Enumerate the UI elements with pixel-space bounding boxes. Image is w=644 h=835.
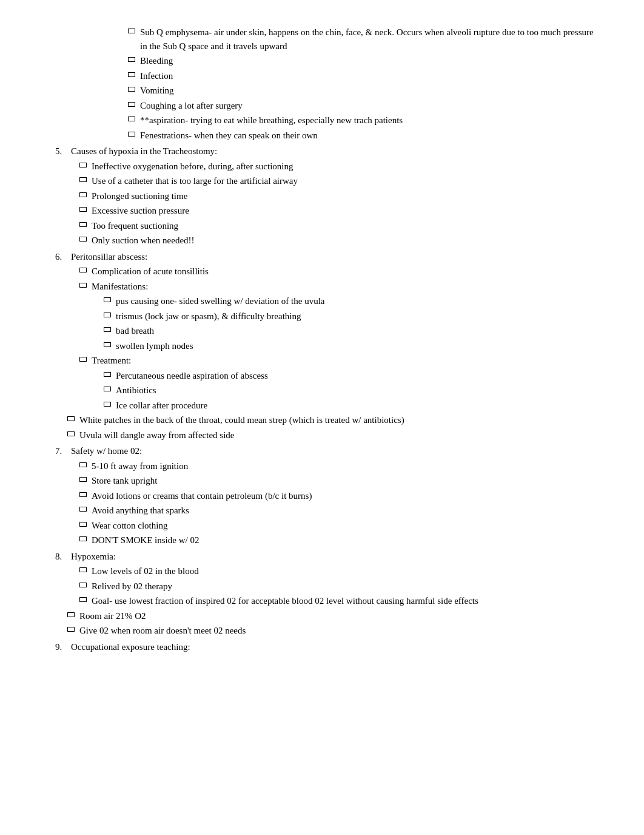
item-text: Wear cotton clothing (92, 519, 601, 533)
list-item: Percutaneous needle aspiration of absces… (104, 369, 601, 383)
item-text: Treatment: (92, 354, 601, 368)
bullet-icon (128, 102, 135, 107)
list-item: swollen lymph nodes (104, 339, 601, 353)
item-text: trismus (lock jaw or spasm), & difficult… (116, 309, 601, 323)
item-text: Low levels of 02 in the blood (92, 564, 601, 578)
list-item: Goal- use lowest fraction of inspired 02… (79, 594, 601, 608)
section-5-subitems: Ineffective oxygenation before, during, … (55, 160, 601, 248)
bullet-icon (128, 72, 135, 77)
standalone-bullet-3: Room air 21% O2 (55, 609, 601, 623)
bullet-icon (79, 583, 87, 587)
list-item: Avoid anything that sparks (79, 504, 601, 518)
bullet-icon (67, 416, 75, 421)
item-text: Ineffective oxygenation before, during, … (92, 160, 601, 174)
item-text: White patches in the back of the throat,… (79, 413, 601, 427)
list-item: Too frequent suctioning (79, 219, 601, 233)
bullet-icon (79, 567, 87, 572)
item-text: Manifestations: (92, 280, 601, 294)
bullet-icon (104, 313, 111, 317)
item-text: DON'T SMOKE inside w/ 02 (92, 533, 601, 547)
bullet-icon (67, 627, 75, 632)
item-text: **aspiration- trying to eat while breath… (140, 113, 601, 127)
bullet-icon (128, 29, 135, 33)
page-content: Sub Q emphysema- air under skin, happens… (55, 25, 601, 654)
section-6-subitems: Complication of acute tonsillitis Manife… (55, 265, 601, 293)
item-text: Bleeding (140, 54, 601, 68)
bullet-icon (79, 536, 87, 541)
list-item: Ineffective oxygenation before, during, … (79, 160, 601, 174)
section-6: 6. Peritonsillar abscess: (55, 250, 601, 264)
item-text: 5-10 ft away from ignition (92, 459, 601, 473)
item-text: Too frequent suctioning (92, 219, 601, 233)
standalone-bullet-4: Give 02 when room air doesn't meet 02 ne… (55, 624, 601, 638)
bullet-icon (79, 507, 87, 512)
item-text: Vomiting (140, 84, 601, 98)
list-item: Fenestrations- when they can speak on th… (128, 129, 601, 143)
bullet-icon (104, 372, 111, 377)
item-text: Store tank upright (92, 474, 601, 488)
item-text: Antibiotics (116, 384, 601, 397)
bullet-icon (79, 237, 87, 242)
section-5: 5. Causes of hypoxia in the Tracheostomy… (55, 144, 601, 158)
list-item: Bleeding (128, 54, 601, 68)
bullet-icon (128, 132, 135, 137)
section-8: 8. Hypoxemia: (55, 550, 601, 564)
bullet-icon (79, 283, 87, 288)
item-text: Ice collar after procedure (116, 399, 601, 413)
section-7: 7. Safety w/ home 02: (55, 444, 601, 458)
list-item: Complication of acute tonsillitis (79, 265, 601, 279)
section-7-subitems: 5-10 ft away from ignition Store tank up… (55, 459, 601, 547)
list-item: Ice collar after procedure (104, 399, 601, 413)
list-item: Only suction when needed!! (79, 234, 601, 248)
standalone-bullet-1: White patches in the back of the throat,… (55, 413, 601, 427)
item-text: Give 02 when room air doesn't meet 02 ne… (79, 624, 601, 638)
bullet-icon (67, 431, 75, 436)
item-text: Avoid anything that sparks (92, 504, 601, 518)
bullet-icon (79, 492, 87, 497)
item-text: Use of a catheter that is too large for … (92, 174, 601, 188)
item-text: Complication of acute tonsillitis (92, 265, 601, 279)
bullet-icon (79, 207, 87, 212)
bullet-icon (79, 462, 87, 467)
section-8-subitems: Low levels of 02 in the blood Relived by… (55, 564, 601, 608)
bullet-icon (79, 597, 87, 602)
list-item: Manifestations: (79, 280, 601, 294)
bullet-icon (104, 387, 111, 391)
item-text: Only suction when needed!! (92, 234, 601, 248)
list-item: **aspiration- trying to eat while breath… (128, 113, 601, 127)
list-item: Relived by 02 therapy (79, 580, 601, 593)
list-item: trismus (lock jaw or spasm), & difficult… (104, 309, 601, 323)
item-label: Peritonsillar abscess: (71, 250, 601, 264)
list-item: Vomiting (128, 84, 601, 98)
bullet-icon (79, 222, 87, 227)
item-text: swollen lymph nodes (116, 339, 601, 353)
item-text: Relived by 02 therapy (92, 580, 601, 593)
item-text: Sub Q emphysema- air under skin, happens… (140, 25, 601, 53)
list-item: DON'T SMOKE inside w/ 02 (79, 533, 601, 547)
item-label: Hypoxemia: (71, 550, 601, 564)
list-item: Sub Q emphysema- air under skin, happens… (128, 25, 601, 53)
list-item: Treatment: (79, 354, 601, 368)
list-item: bad breath (104, 324, 601, 338)
item-label: Causes of hypoxia in the Tracheostomy: (71, 144, 601, 158)
list-item: Wear cotton clothing (79, 519, 601, 533)
list-item: Infection (128, 69, 601, 83)
bullet-icon (79, 477, 87, 482)
list-item: Excessive suction pressure (79, 204, 601, 218)
item-number: 5. (55, 144, 67, 158)
bullet-icon (128, 87, 135, 92)
item-text: Percutaneous needle aspiration of absces… (116, 369, 601, 383)
list-item: Coughing a lot after surgery (128, 99, 601, 113)
item-number: 8. (55, 550, 67, 564)
item-text: Coughing a lot after surgery (140, 99, 601, 113)
list-item: 5-10 ft away from ignition (79, 459, 601, 473)
item-text: Prolonged suctioning time (92, 189, 601, 203)
item-text: Goal- use lowest fraction of inspired 02… (92, 594, 601, 608)
item-text: Room air 21% O2 (79, 609, 601, 623)
list-item: Low levels of 02 in the blood (79, 564, 601, 578)
item-text: Fenestrations- when they can speak on th… (140, 129, 601, 143)
item-number: 9. (55, 640, 67, 654)
manifestations-children: pus causing one- sided swelling w/ devia… (55, 294, 601, 353)
list-item: pus causing one- sided swelling w/ devia… (104, 294, 601, 308)
list-item: Prolonged suctioning time (79, 189, 601, 203)
